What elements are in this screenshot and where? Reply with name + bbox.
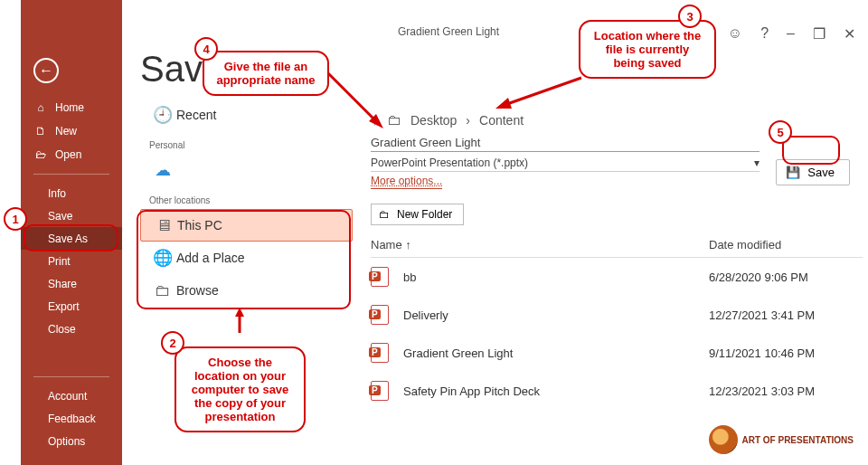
- nav-share[interactable]: Share: [21, 272, 122, 295]
- file-date: 6/28/2020 9:06 PM: [709, 270, 863, 284]
- nav-new-label: New: [55, 125, 77, 138]
- nav-home-label: Home: [55, 101, 84, 114]
- pptx-file-icon: [371, 267, 389, 287]
- globe-icon: 🌐: [149, 248, 176, 268]
- file-date: 12/23/2021 3:03 PM: [709, 384, 863, 398]
- pptx-file-icon: [371, 343, 389, 363]
- nav-print[interactable]: Print: [21, 250, 122, 272]
- annotation-arrow-3: [495, 78, 586, 114]
- col-date-header[interactable]: Date modified: [709, 238, 863, 251]
- annotation-tip-3: Location where the file is currently bei…: [579, 20, 716, 79]
- col-name-header[interactable]: Name ↑: [371, 238, 709, 251]
- annotation-badge-5: 5: [769, 120, 792, 144]
- save-icon: 💾: [786, 166, 800, 179]
- back-button[interactable]: ←: [33, 58, 59, 83]
- new-icon: 🗋: [33, 125, 48, 138]
- annotation-arrow-4: [326, 71, 389, 130]
- dropdown-icon: ▾: [754, 157, 760, 169]
- nav-home[interactable]: ⌂Home: [21, 96, 122, 119]
- breadcrumb-folder-icon[interactable]: 🗀: [387, 112, 401, 128]
- new-folder-button[interactable]: 🗀 New Folder: [371, 204, 464, 225]
- nav-open[interactable]: 🗁Open: [21, 143, 122, 166]
- annotation-badge-4: 4: [194, 37, 218, 61]
- nav-export[interactable]: Export: [21, 295, 122, 318]
- svg-line-4: [326, 71, 376, 121]
- nav-new[interactable]: 🗋New: [21, 119, 122, 143]
- location-browse-label: Browse: [176, 283, 219, 298]
- breadcrumb-sep: ›: [466, 113, 470, 128]
- open-icon: 🗁: [33, 148, 48, 161]
- feedback-smile-icon[interactable]: ☺: [728, 25, 742, 43]
- location-add-place[interactable]: 🌐 Add a Place: [140, 242, 353, 274]
- annotation-badge-3: 3: [678, 5, 702, 28]
- annotation-badge-2: 2: [161, 331, 184, 355]
- window-controls: ☺ ? – ❐ ✕: [728, 25, 855, 43]
- nav-close[interactable]: Close: [21, 318, 122, 340]
- nav-info[interactable]: Info: [21, 182, 122, 204]
- file-list-header: Name ↑ Date modified: [371, 238, 863, 258]
- sidebar-separator: [33, 174, 109, 175]
- file-date: 12/27/2021 3:41 PM: [709, 308, 863, 322]
- nav-save[interactable]: Save: [21, 204, 122, 227]
- filetype-dropdown[interactable]: PowerPoint Presentation (*.pptx) ▾: [371, 154, 760, 172]
- file-name: Deliverly: [403, 308, 709, 322]
- file-row[interactable]: Deliverly 12/27/2021 3:41 PM: [371, 296, 863, 334]
- filename-input[interactable]: [371, 134, 760, 152]
- location-browse[interactable]: 🗀 Browse: [140, 274, 353, 307]
- file-date: 9/11/2021 10:46 PM: [709, 346, 863, 360]
- nav-open-label: Open: [55, 148, 81, 161]
- save-button-label: Save: [807, 166, 835, 179]
- clock-icon: 🕘: [149, 105, 176, 125]
- restore-icon[interactable]: ❐: [813, 25, 826, 43]
- location-this-pc[interactable]: 🖥 This PC: [140, 209, 353, 242]
- annotation-tip-4: Give the file an appropriate name: [203, 51, 329, 96]
- svg-marker-3: [495, 98, 512, 109]
- nav-save-as[interactable]: Save As: [21, 227, 122, 250]
- onedrive-icon: ☁: [149, 160, 176, 180]
- pptx-file-icon: [371, 381, 389, 401]
- section-other-label: Other locations: [149, 195, 353, 205]
- location-recent[interactable]: 🕘 Recent: [140, 99, 353, 131]
- this-pc-icon: 🖥: [150, 216, 177, 235]
- sidebar-separator-bottom: [33, 376, 109, 377]
- section-personal-label: Personal: [149, 140, 353, 150]
- pptx-file-icon: [371, 305, 389, 325]
- file-name: Safety Pin App Pitch Deck: [403, 384, 709, 398]
- nav-feedback[interactable]: Feedback: [21, 407, 122, 430]
- file-row[interactable]: bb 6/28/2020 9:06 PM: [371, 258, 863, 296]
- annotation-badge-1: 1: [4, 207, 27, 231]
- file-name: Gradient Green Light: [403, 346, 709, 360]
- svg-marker-1: [235, 308, 244, 317]
- location-onedrive[interactable]: ☁: [140, 154, 353, 186]
- save-button[interactable]: 💾 Save: [776, 159, 850, 185]
- back-arrow-icon: ←: [39, 62, 53, 79]
- file-row[interactable]: Safety Pin App Pitch Deck 12/23/2021 3:0…: [371, 372, 863, 410]
- close-window-icon[interactable]: ✕: [844, 25, 855, 43]
- watermark-logo: ART OF PRESENTATIONS: [709, 425, 854, 454]
- nav-options[interactable]: Options: [21, 430, 122, 452]
- sort-asc-icon: ↑: [405, 238, 411, 251]
- nav-account[interactable]: Account: [21, 384, 122, 407]
- more-options-link[interactable]: More options...: [371, 174, 442, 189]
- new-folder-icon: 🗀: [379, 208, 390, 221]
- filetype-label: PowerPoint Presentation (*.pptx): [371, 157, 528, 169]
- annotation-arrow-2: [235, 308, 244, 335]
- annotation-tip-2: Choose the location on your computer to …: [175, 346, 306, 432]
- home-icon: ⌂: [33, 101, 48, 114]
- backstage-sidebar: ← ⌂Home 🗋New 🗁Open Info Save Save As Pri…: [21, 0, 122, 465]
- watermark-logo-text: ART OF PRESENTATIONS: [741, 435, 854, 445]
- col-name-label: Name: [371, 238, 402, 251]
- folder-icon: 🗀: [149, 281, 176, 300]
- location-recent-label: Recent: [176, 108, 216, 122]
- save-panel: Gradient Green Light ☺ ? – ❐ ✕ ↑ 🗀 Deskt…: [371, 25, 863, 410]
- file-row[interactable]: Gradient Green Light 9/11/2021 10:46 PM: [371, 334, 863, 372]
- location-add-place-label: Add a Place: [176, 251, 245, 265]
- file-name: bb: [403, 270, 709, 284]
- location-this-pc-label: This PC: [177, 218, 222, 232]
- breadcrumb-content[interactable]: Content: [479, 113, 524, 128]
- minimize-icon[interactable]: –: [787, 25, 795, 43]
- svg-line-2: [505, 78, 581, 105]
- help-icon[interactable]: ?: [760, 25, 769, 43]
- watermark-logo-icon: [709, 425, 738, 454]
- breadcrumb-desktop[interactable]: Desktop: [410, 113, 457, 128]
